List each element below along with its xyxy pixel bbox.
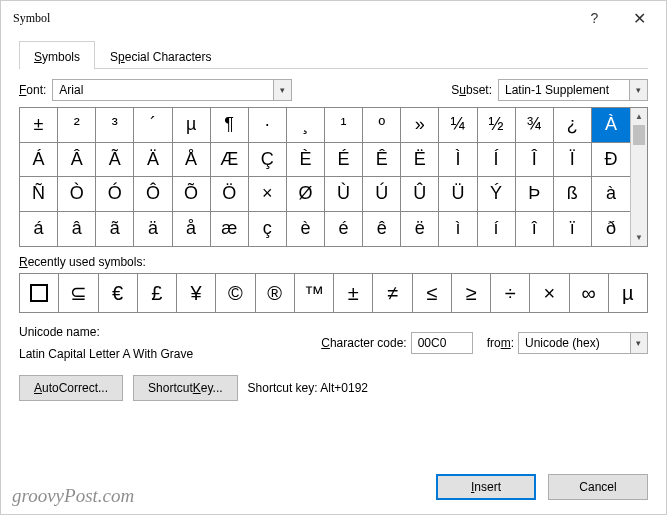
symbol-cell[interactable]: ð xyxy=(592,212,630,247)
scroll-up-icon[interactable]: ▲ xyxy=(631,108,647,125)
symbol-cell[interactable]: È xyxy=(287,143,325,178)
symbol-cell[interactable]: å xyxy=(173,212,211,247)
symbol-cell[interactable]: Ö xyxy=(211,177,249,212)
symbol-cell[interactable]: ä xyxy=(134,212,172,247)
symbol-cell[interactable]: Ò xyxy=(58,177,96,212)
recent-cell[interactable]: £ xyxy=(138,274,177,312)
symbol-cell[interactable]: É xyxy=(325,143,363,178)
symbol-cell[interactable]: ï xyxy=(554,212,592,247)
tab-special-characters[interactable]: Special Characters xyxy=(95,41,226,69)
symbol-cell[interactable]: Æ xyxy=(211,143,249,178)
subset-input[interactable] xyxy=(499,80,629,100)
char-code-input[interactable] xyxy=(411,332,473,354)
symbol-cell[interactable]: µ xyxy=(173,108,211,143)
symbol-cell[interactable]: é xyxy=(325,212,363,247)
symbol-cell[interactable]: Â xyxy=(58,143,96,178)
symbol-cell[interactable]: Õ xyxy=(173,177,211,212)
recent-cell[interactable]: ≥ xyxy=(452,274,491,312)
symbol-cell[interactable]: ã xyxy=(96,212,134,247)
close-button[interactable]: ✕ xyxy=(617,3,662,33)
symbol-cell[interactable]: ç xyxy=(249,212,287,247)
symbol-cell[interactable]: Ó xyxy=(96,177,134,212)
symbol-cell[interactable]: â xyxy=(58,212,96,247)
recent-cell[interactable]: ¥ xyxy=(177,274,216,312)
symbol-cell[interactable]: à xyxy=(592,177,630,212)
symbol-cell[interactable]: ² xyxy=(58,108,96,143)
recent-cell[interactable]: ≤ xyxy=(413,274,452,312)
symbol-cell[interactable]: Ô xyxy=(134,177,172,212)
symbol-cell[interactable]: í xyxy=(478,212,516,247)
symbol-cell[interactable]: ¼ xyxy=(439,108,477,143)
symbol-cell[interactable]: ¹ xyxy=(325,108,363,143)
symbol-cell[interactable]: Ñ xyxy=(20,177,58,212)
symbol-cell[interactable]: Ë xyxy=(401,143,439,178)
symbol-cell[interactable]: ë xyxy=(401,212,439,247)
subset-combo[interactable]: ▾ xyxy=(498,79,648,101)
symbol-cell[interactable]: ¾ xyxy=(516,108,554,143)
symbol-cell[interactable]: ß xyxy=(554,177,592,212)
autocorrect-button[interactable]: AutoCorrect... xyxy=(19,375,123,401)
symbol-cell[interactable]: Î xyxy=(516,143,554,178)
symbol-cell[interactable]: á xyxy=(20,212,58,247)
symbol-cell[interactable]: î xyxy=(516,212,554,247)
scroll-track[interactable] xyxy=(631,125,647,229)
symbol-cell[interactable]: Û xyxy=(401,177,439,212)
symbol-cell[interactable]: ¿ xyxy=(554,108,592,143)
recent-cell[interactable]: × xyxy=(530,274,569,312)
cancel-button[interactable]: Cancel xyxy=(548,474,648,500)
recent-cell[interactable]: ⊆ xyxy=(59,274,98,312)
insert-button[interactable]: Insert xyxy=(436,474,536,500)
font-combo[interactable]: ▾ xyxy=(52,79,292,101)
symbol-cell[interactable]: Þ xyxy=(516,177,554,212)
symbol-cell[interactable]: Å xyxy=(173,143,211,178)
symbol-cell[interactable]: ê xyxy=(363,212,401,247)
recent-cell[interactable]: ∞ xyxy=(570,274,609,312)
symbol-cell[interactable]: ± xyxy=(20,108,58,143)
recent-cell[interactable]: ÷ xyxy=(491,274,530,312)
symbol-cell[interactable]: × xyxy=(249,177,287,212)
scroll-down-icon[interactable]: ▼ xyxy=(631,229,647,246)
symbol-cell[interactable]: Ú xyxy=(363,177,401,212)
symbol-cell[interactable]: Ã xyxy=(96,143,134,178)
grid-scrollbar[interactable]: ▲ ▼ xyxy=(630,108,647,246)
symbol-cell[interactable]: Ð xyxy=(592,143,630,178)
symbol-cell[interactable]: ¸ xyxy=(287,108,325,143)
recent-cell[interactable]: ® xyxy=(256,274,295,312)
symbol-cell[interactable]: ¶ xyxy=(211,108,249,143)
recent-cell[interactable]: µ xyxy=(609,274,647,312)
symbol-cell[interactable]: è xyxy=(287,212,325,247)
help-button[interactable]: ? xyxy=(572,3,617,33)
from-combo[interactable]: ▾ xyxy=(518,332,648,354)
symbol-cell[interactable]: Í xyxy=(478,143,516,178)
symbol-cell[interactable]: Ì xyxy=(439,143,477,178)
recent-cell[interactable]: ± xyxy=(334,274,373,312)
shortcut-key-button[interactable]: Shortcut Key... xyxy=(133,375,238,401)
symbol-cell[interactable]: æ xyxy=(211,212,249,247)
recent-cell[interactable]: ™ xyxy=(295,274,334,312)
symbol-cell[interactable]: · xyxy=(249,108,287,143)
scroll-thumb[interactable] xyxy=(633,125,645,145)
symbol-cell[interactable]: Ê xyxy=(363,143,401,178)
symbol-cell[interactable]: ì xyxy=(439,212,477,247)
symbol-cell[interactable]: Ü xyxy=(439,177,477,212)
symbol-cell[interactable]: ´ xyxy=(134,108,172,143)
symbol-cell[interactable]: º xyxy=(363,108,401,143)
recent-cell[interactable]: € xyxy=(99,274,138,312)
symbol-cell[interactable]: Ù xyxy=(325,177,363,212)
symbol-cell[interactable]: Á xyxy=(20,143,58,178)
recent-cell[interactable]: ≠ xyxy=(373,274,412,312)
chevron-down-icon[interactable]: ▾ xyxy=(629,80,647,100)
chevron-down-icon[interactable]: ▾ xyxy=(273,80,291,100)
recent-cell[interactable] xyxy=(20,274,59,312)
symbol-cell[interactable]: Ý xyxy=(478,177,516,212)
symbol-cell[interactable]: À xyxy=(592,108,630,143)
recent-cell[interactable]: © xyxy=(216,274,255,312)
from-input[interactable] xyxy=(519,333,630,353)
symbol-cell[interactable]: ½ xyxy=(478,108,516,143)
symbol-cell[interactable]: Ï xyxy=(554,143,592,178)
symbol-cell[interactable]: Ä xyxy=(134,143,172,178)
chevron-down-icon[interactable]: ▾ xyxy=(630,333,647,353)
tab-symbols[interactable]: Symbols xyxy=(19,41,95,69)
font-input[interactable] xyxy=(53,80,273,100)
symbol-cell[interactable]: » xyxy=(401,108,439,143)
